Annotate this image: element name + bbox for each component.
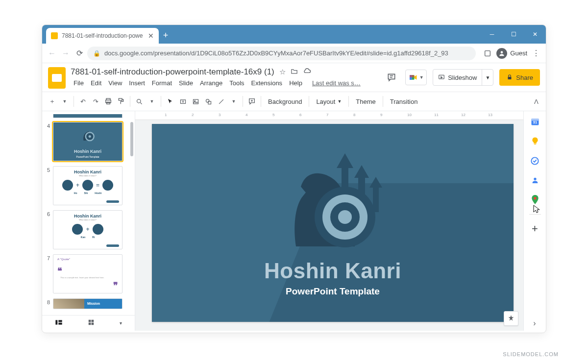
- zoom-icon[interactable]: [133, 95, 145, 108]
- print-icon[interactable]: [102, 95, 114, 108]
- contacts-icon[interactable]: [530, 175, 540, 186]
- toolbar: ＋ ▼ ↶ ↷ ▼ ▼: [42, 92, 546, 111]
- profile-chip[interactable]: Guest: [496, 48, 527, 59]
- share-button[interactable]: Share: [499, 69, 540, 86]
- new-slide-dropdown-icon[interactable]: ▼: [59, 95, 71, 108]
- slide-title[interactable]: Hoshin Kanri: [152, 259, 514, 283]
- cloud-status-icon[interactable]: [303, 67, 311, 77]
- thumbnail-8[interactable]: 8 Mission: [45, 298, 133, 309]
- forward-icon[interactable]: →: [60, 48, 72, 59]
- thumbnail-6[interactable]: 6 Hoshin Kanri What does it mean? + KanR…: [45, 210, 133, 249]
- url-text: docs.google.com/presentation/d/1D9CiL08o…: [104, 49, 448, 57]
- slide-graphic: [269, 148, 396, 258]
- menu-insert[interactable]: Insert: [126, 78, 148, 88]
- cursor-icon: [533, 205, 540, 215]
- filmstrip-footer: ▾: [42, 315, 135, 331]
- svg-rect-27: [55, 320, 57, 324]
- background-button[interactable]: Background: [264, 95, 306, 108]
- line-icon[interactable]: [215, 95, 227, 108]
- select-tool-icon[interactable]: [164, 95, 176, 108]
- menu-tools[interactable]: Tools: [226, 78, 247, 88]
- back-icon[interactable]: ←: [46, 48, 58, 59]
- thumbnail-4[interactable]: 4 Hoshin Kanri PowerPoint Template: [45, 122, 133, 161]
- close-window-icon[interactable]: ✕: [524, 25, 546, 44]
- thumbnail-panel[interactable]: 4 Hoshin Kanri PowerPoint Template 5 Hos…: [42, 111, 135, 331]
- close-tab-icon[interactable]: ✕: [148, 32, 154, 40]
- filmstrip-collapse-icon[interactable]: ▾: [120, 320, 122, 326]
- svg-rect-41: [534, 144, 536, 145]
- slideshow-dropdown-icon[interactable]: ▼: [482, 75, 493, 80]
- svg-point-43: [534, 178, 536, 180]
- paint-format-icon[interactable]: [115, 95, 127, 108]
- comment-add-icon[interactable]: [246, 95, 258, 108]
- svg-point-26: [89, 135, 91, 138]
- menu-file[interactable]: File: [71, 78, 87, 88]
- menu-view[interactable]: View: [105, 78, 125, 88]
- slide-subtitle[interactable]: PowerPoint Template: [152, 286, 514, 297]
- meet-button[interactable]: ▼: [405, 70, 427, 85]
- star-icon[interactable]: ☆: [279, 68, 286, 76]
- browser-toolbar: ← → ⟳ 🔒 docs.google.com/presentation/d/1…: [42, 44, 546, 63]
- svg-rect-31: [92, 319, 94, 322]
- menu-arrange[interactable]: Arrange: [197, 78, 225, 88]
- explore-button[interactable]: [504, 311, 518, 326]
- image-icon[interactable]: [190, 95, 201, 108]
- move-icon[interactable]: [291, 68, 298, 76]
- reload-icon[interactable]: ⟳: [74, 48, 85, 59]
- slides-logo-icon[interactable]: [48, 67, 66, 89]
- keep-icon[interactable]: [530, 136, 540, 146]
- menu-slide[interactable]: Slide: [176, 78, 196, 88]
- last-edit-link[interactable]: Last edit was s…: [309, 78, 364, 88]
- browser-tab[interactable]: 7881-01-self-introduction-powe ✕: [46, 28, 159, 44]
- redo-icon[interactable]: ↷: [90, 95, 101, 108]
- editor-body: 4 Hoshin Kanri PowerPoint Template 5 Hos…: [42, 111, 546, 331]
- tasks-icon[interactable]: [530, 155, 540, 166]
- slideshow-button[interactable]: Slideshow ▼: [433, 69, 493, 86]
- calendar-icon[interactable]: 31: [530, 116, 540, 127]
- svg-line-22: [219, 99, 223, 104]
- thumbnail-5[interactable]: 5 Hoshin Kanri What does it mean? += HoS…: [45, 166, 133, 205]
- svg-point-37: [338, 210, 352, 224]
- slides-header: 7881-01-self-introduction-powerpoint-tem…: [42, 63, 546, 89]
- theme-button[interactable]: Theme: [352, 95, 379, 108]
- layout-button[interactable]: Layout▼: [312, 95, 345, 108]
- shape-icon[interactable]: [202, 95, 214, 108]
- side-panel-toggle-icon[interactable]: ›: [529, 318, 540, 329]
- avatar-icon: [496, 48, 507, 59]
- new-slide-button[interactable]: ＋: [46, 95, 58, 108]
- minimize-icon[interactable]: ─: [481, 25, 503, 44]
- add-addon-icon[interactable]: +: [530, 223, 540, 234]
- textbox-icon[interactable]: [177, 95, 189, 108]
- menu-format[interactable]: Format: [149, 78, 175, 88]
- maps-icon[interactable]: [530, 194, 540, 205]
- undo-icon[interactable]: ↶: [77, 95, 89, 108]
- svg-rect-8: [508, 77, 512, 79]
- chrome-menu-icon[interactable]: ⋮: [530, 48, 542, 59]
- browser-tabstrip: 7881-01-self-introduction-powe ✕ + ─ ☐ ✕: [42, 25, 546, 44]
- slide-canvas[interactable]: 1 2 3 4 5 6 7 8 9 10 11 12 13: [135, 111, 523, 331]
- filmstrip-view-icon[interactable]: [55, 319, 63, 328]
- active-slide[interactable]: Hoshin Kanri PowerPoint Template: [152, 124, 514, 322]
- window-controls: ─ ☐ ✕: [481, 25, 546, 44]
- thumbnail-scrollbar[interactable]: [130, 111, 134, 331]
- svg-point-44: [534, 197, 536, 199]
- line-dropdown-icon[interactable]: ▼: [228, 95, 240, 108]
- grid-view-icon[interactable]: [88, 319, 95, 328]
- document-title[interactable]: 7881-01-self-introduction-powerpoint-tem…: [71, 67, 274, 77]
- extensions-icon[interactable]: [482, 48, 493, 59]
- zoom-dropdown-icon[interactable]: ▼: [146, 95, 158, 108]
- transition-button[interactable]: Transition: [386, 95, 422, 108]
- address-bar[interactable]: 🔒 docs.google.com/presentation/d/1D9CiL0…: [87, 47, 476, 60]
- maximize-icon[interactable]: ☐: [503, 25, 524, 44]
- menu-help[interactable]: Help: [286, 78, 305, 88]
- svg-point-1: [501, 51, 503, 53]
- comments-icon[interactable]: [384, 70, 399, 85]
- menu-bar: File Edit View Insert Format Slide Arran…: [71, 78, 379, 88]
- thumbnail-7[interactable]: 7 A "Quote" ❝ This is a sample text. Ins…: [45, 254, 133, 293]
- menu-edit[interactable]: Edit: [88, 78, 104, 88]
- lock-icon: 🔒: [93, 50, 100, 57]
- collapse-toolbar-icon[interactable]: ᐱ: [530, 95, 542, 108]
- svg-line-14: [140, 102, 142, 104]
- new-tab-button[interactable]: +: [159, 30, 172, 44]
- menu-extensions[interactable]: Extensions: [248, 78, 286, 88]
